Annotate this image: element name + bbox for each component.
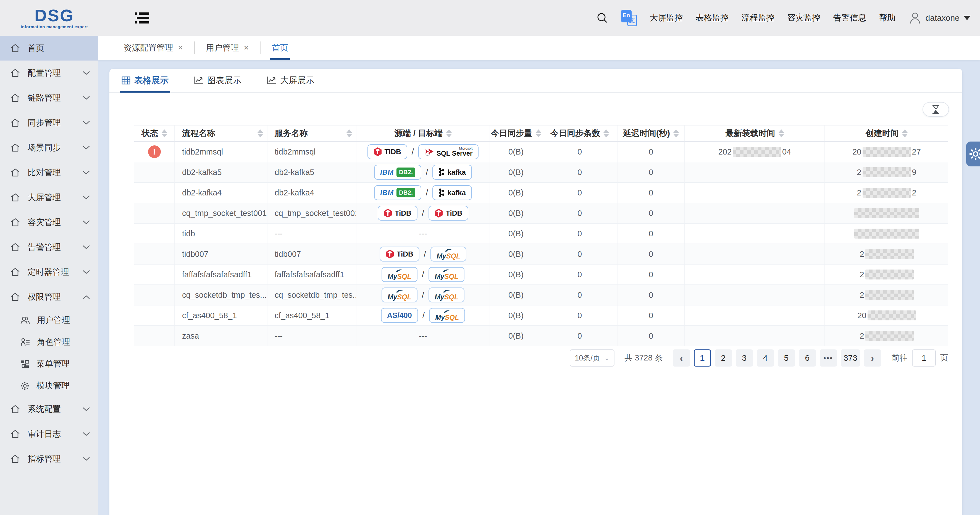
close-tab-icon[interactable]: ✕ xyxy=(243,44,249,52)
collapse-menu-icon[interactable] xyxy=(135,12,149,24)
nav-item-4[interactable]: 告警信息 xyxy=(833,12,867,24)
user-caret-down-icon xyxy=(963,16,970,20)
cell xyxy=(134,244,175,264)
sidebar-subitem-菜单管理[interactable]: 菜单管理 xyxy=(0,353,98,375)
table-row-tidb007[interactable]: tidb007tidb007TiDB/MySQL0(B)002 xyxy=(134,244,948,265)
cell: IBMDB2./kafka xyxy=(356,162,490,182)
sidebar-item-大屏管理[interactable]: 大屏管理 xyxy=(0,185,98,210)
sort-carets[interactable] xyxy=(536,129,541,137)
sidebar-item-权限管理[interactable]: 权限管理 xyxy=(0,284,98,309)
redacted-block xyxy=(862,167,911,177)
prev-page-button[interactable]: ‹ xyxy=(673,349,690,367)
sidebar-subitem-角色管理[interactable]: 角色管理 xyxy=(0,331,98,353)
next-page-button[interactable]: › xyxy=(864,349,881,367)
cell: 2 xyxy=(825,285,948,305)
sidebar-item-label: 角色管理 xyxy=(37,336,90,348)
goto-label: 前往 xyxy=(892,352,908,364)
page-size-select[interactable]: 10条/页 ⌄ xyxy=(570,349,614,367)
sort-carets[interactable] xyxy=(902,129,908,137)
table-row-cq_socketdb_tmp_tes...[interactable]: cq_socketdb_tmp_tes...cq_socketdb_tmp_te… xyxy=(134,285,948,306)
table-row-db2-kafka4[interactable]: db2-kafka4db2-kafka4IBMDB2./kafka0(B)002… xyxy=(134,183,948,203)
sidebar-item-系统配置[interactable]: 系统配置 xyxy=(0,397,98,422)
sort-carets[interactable] xyxy=(779,129,784,137)
sort-carets[interactable] xyxy=(258,129,263,137)
nav-item-0[interactable]: 大屏监控 xyxy=(650,12,683,24)
nav-item-1[interactable]: 表格监控 xyxy=(696,12,729,24)
today-count: 0 xyxy=(578,229,582,238)
sidebar-item-比对管理[interactable]: 比对管理 xyxy=(0,160,98,185)
sidebar-subitem-用户管理[interactable]: 用户管理 xyxy=(0,309,98,331)
page-button-2[interactable]: 2 xyxy=(715,349,732,367)
page-button-3[interactable]: 3 xyxy=(736,349,753,367)
loading-history-button[interactable] xyxy=(923,102,949,116)
sidebar-item-首页[interactable]: 首页 xyxy=(0,36,98,61)
sort-carets[interactable] xyxy=(347,129,352,137)
goto-unit: 页 xyxy=(940,352,948,364)
sidebar-item-告警管理[interactable]: 告警管理 xyxy=(0,235,98,260)
sidebar-item-同步管理[interactable]: 同步管理 xyxy=(0,110,98,135)
cell: 2 xyxy=(825,265,948,284)
cell: AS/400/MySQL xyxy=(356,306,490,325)
table-row-faffafsfafsafafsadff1[interactable]: faffafsfafsafafsadff1faffafsfafsafafsadf… xyxy=(134,265,948,285)
nav-item-5[interactable]: 帮助 xyxy=(879,12,896,24)
home-icon xyxy=(11,405,20,413)
page-tab-资源配置管理[interactable]: 资源配置管理✕ xyxy=(113,36,194,60)
sidebar-item-配置管理[interactable]: 配置管理 xyxy=(0,61,98,85)
view-tab-图表展示[interactable]: 图表展示 xyxy=(194,69,242,92)
page-button-6[interactable]: 6 xyxy=(799,349,816,367)
table-row-zasa[interactable]: zasa------0(B)002 xyxy=(134,326,948,346)
user-menu[interactable]: dataxone xyxy=(908,11,970,25)
cell xyxy=(134,224,175,244)
home-icon xyxy=(11,454,20,463)
sidebar-item-定时器管理[interactable]: 定时器管理 xyxy=(0,260,98,284)
cell: 0 xyxy=(542,306,617,325)
sort-carets[interactable] xyxy=(446,129,452,137)
table-row-tidb[interactable]: tidb------0(B)00 xyxy=(134,224,948,244)
cell: 2027 xyxy=(825,142,948,162)
today-volume: 0(B) xyxy=(508,332,523,341)
table-row-tidb2mmsql[interactable]: !tidb2mmsqltidb2mmsqlTiDB/MicrosoftSQL S… xyxy=(134,142,948,162)
table-row-cq_tmp_socket_test001[interactable]: cq_tmp_socket_test001cq_tmp_socket_test0… xyxy=(134,203,948,224)
cell: 0(B) xyxy=(490,326,542,346)
table-row-db2-kafka5[interactable]: db2-kafka5db2-kafka5IBMDB2./kafka0(B)002… xyxy=(134,162,948,183)
sort-carets[interactable] xyxy=(162,129,167,137)
page-tab-用户管理[interactable]: 用户管理✕ xyxy=(195,36,260,60)
redacted-block xyxy=(865,331,914,341)
sidebar-subitem-模块管理[interactable]: 模块管理 xyxy=(0,375,98,397)
search-icon[interactable] xyxy=(596,12,608,24)
sort-carets[interactable] xyxy=(673,129,679,137)
sidebar-item-链路管理[interactable]: 链路管理 xyxy=(0,85,98,110)
nav-item-2[interactable]: 流程监控 xyxy=(741,12,775,24)
goto-page-input[interactable] xyxy=(912,349,936,367)
sidebar-item-容灾管理[interactable]: 容灾管理 xyxy=(0,210,98,235)
page-ellipsis[interactable]: ••• xyxy=(820,349,837,367)
sidebar-item-label: 大屏管理 xyxy=(28,192,83,203)
page-button-4[interactable]: 4 xyxy=(757,349,774,367)
sidebar-item-label: 比对管理 xyxy=(28,167,83,178)
sidebar-item-审计日志[interactable]: 审计日志 xyxy=(0,422,98,446)
menu-grid-icon xyxy=(21,360,29,368)
redacted-block xyxy=(865,249,914,259)
view-tab-大屏展示[interactable]: 大屏展示 xyxy=(267,69,314,92)
page-tab-首页[interactable]: 首页 xyxy=(261,36,299,60)
close-tab-icon[interactable]: ✕ xyxy=(178,44,183,52)
nav-item-3[interactable]: 容灾监控 xyxy=(788,12,821,24)
chart-icon xyxy=(194,76,204,85)
process-name: faffafsfafsafafsadff1 xyxy=(182,270,252,279)
cell: 0(B) xyxy=(490,265,542,284)
gear-icon xyxy=(969,147,980,161)
settings-drawer-button[interactable] xyxy=(966,142,980,166)
delay-seconds: 0 xyxy=(649,229,653,238)
view-tab-表格展示[interactable]: 表格展示 xyxy=(122,69,169,92)
sort-carets[interactable] xyxy=(603,129,609,137)
sidebar-item-指标管理[interactable]: 指标管理 xyxy=(0,446,98,471)
page-button-373[interactable]: 373 xyxy=(841,349,860,367)
table-row-cf_as400_58_1[interactable]: cf_as400_58_1cf_as400_58_1AS/400/MySQL0(… xyxy=(134,306,948,326)
page-button-5[interactable]: 5 xyxy=(778,349,795,367)
page-button-1[interactable]: 1 xyxy=(694,349,711,367)
cell: cq_socketdb_tmp_tes... xyxy=(175,285,267,305)
today-volume: 0(B) xyxy=(508,168,523,177)
db-badge-as400: AS/400 xyxy=(381,308,418,323)
language-toggle-icon[interactable]: 文 En xyxy=(621,10,637,26)
sidebar-item-场景同步[interactable]: 场景同步 xyxy=(0,135,98,160)
